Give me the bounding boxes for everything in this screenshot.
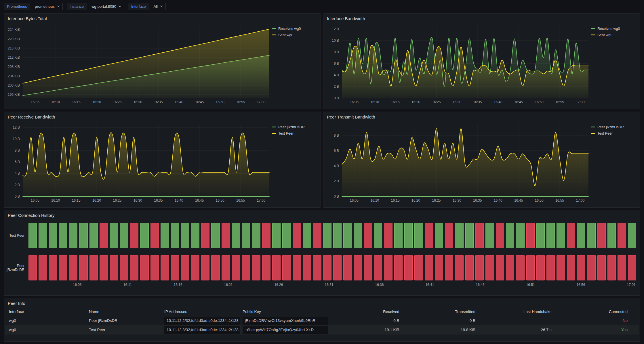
y-axis-tick-label: 0 B xyxy=(334,96,339,100)
timeline-bar-track xyxy=(28,223,636,248)
table-cell: 10.11.12.2/32,fdfd:d3ad:c0de:1234::1/128 xyxy=(164,317,240,325)
legend-item[interactable]: Test Peer xyxy=(272,131,314,135)
y-axis-tick-label: 6 B xyxy=(334,62,339,66)
state-bar-disconnected xyxy=(242,255,250,280)
x-axis-tick-label: 16:10 xyxy=(370,198,379,202)
state-bar-connected xyxy=(607,223,616,248)
x-axis-tick-label: 16:56 xyxy=(576,283,585,287)
legend-series-swatch xyxy=(272,28,276,29)
state-bar-disconnected xyxy=(120,255,128,280)
timeline-x-axis: 16:0616:1116:1616:2116:2616:3116:3616:41… xyxy=(32,281,636,288)
table-cell xyxy=(483,316,559,325)
state-bar-connected xyxy=(89,223,98,248)
x-axis-tick-label: 16:05 xyxy=(350,100,359,104)
legend-item[interactable]: Peer jRzmDsDR xyxy=(591,125,633,129)
x-axis-tick-label: 16:45 xyxy=(514,198,523,202)
x-axis-tick-label: 16:50 xyxy=(216,198,224,202)
panel-grid: Interface Bytes Total 196 KiB200 KiB204 … xyxy=(4,13,640,342)
table-cell: Test Peer xyxy=(89,325,164,335)
column-header[interactable]: Name xyxy=(89,307,164,316)
y-axis-tick-label: 12 B xyxy=(13,125,20,129)
x-axis-tick-label: 16:11 xyxy=(123,283,132,287)
variable-prometheus: Prometheus prometheus xyxy=(4,3,63,10)
state-bar-disconnected xyxy=(384,255,392,280)
legend-series-label: Peer jRzmDsDR xyxy=(597,125,624,129)
state-bar-disconnected xyxy=(28,255,37,280)
legend-item[interactable]: Test Peer xyxy=(591,131,633,135)
y-axis-tick-label: 2 B xyxy=(334,85,339,89)
state-bar-disconnected xyxy=(262,255,270,280)
legend-item[interactable]: Sent wg0 xyxy=(272,33,314,37)
variable-instance-dropdown[interactable]: wg-portal:8080 xyxy=(88,3,124,10)
x-axis-tick-label: 16:10 xyxy=(51,198,60,202)
x-axis-tick-label: 16:50 xyxy=(535,100,544,104)
state-bar-connected xyxy=(536,223,545,248)
panel-peer-connection-history: Peer Connection History Test PeerPeer jR… xyxy=(4,210,640,296)
column-header[interactable]: Interface xyxy=(9,307,89,316)
legend-series-label: Received wg0 xyxy=(597,27,620,31)
state-bar-disconnected xyxy=(49,255,57,280)
x-axis-tick-label: 16:41 xyxy=(425,283,434,287)
state-bar-connected xyxy=(232,223,240,248)
column-header[interactable]: IP Addresses xyxy=(164,307,243,316)
timeline-row: Peer jRzmDsDR xyxy=(5,255,636,280)
chart-legend: Peer jRzmDsDRTest Peer xyxy=(591,121,634,207)
state-bar-connected xyxy=(455,223,463,248)
variable-interface: Interface All xyxy=(128,3,166,10)
state-bar-connected xyxy=(69,223,77,248)
x-axis-tick-label: 16:25 xyxy=(113,198,121,202)
column-header[interactable]: Transmitted xyxy=(407,307,483,316)
peer-receive-bandwidth-chart[interactable]: 0 B2 B4 B6 B8 B10 B12 B16:0516:1016:1516… xyxy=(5,121,272,204)
x-axis-tick-label: 16:20 xyxy=(92,100,101,104)
state-bar-connected xyxy=(272,223,281,248)
variable-interface-dropdown[interactable]: All xyxy=(150,3,166,10)
state-bar-disconnected xyxy=(79,255,87,280)
state-bar-disconnected xyxy=(354,255,362,280)
panel-title: Peer Transmit Bandwidth xyxy=(323,112,640,121)
state-bar-disconnected xyxy=(303,255,311,280)
y-axis-tick-label: 212 KiB xyxy=(8,56,20,60)
x-axis-tick-label: 16:40 xyxy=(175,198,183,202)
state-bar-disconnected xyxy=(597,223,606,248)
peer-transmit-bandwidth-chart[interactable]: 0 B2 B4 B6 B8 B16:0516:1016:1516:2016:25… xyxy=(325,121,591,204)
y-axis-tick-label: 200 KiB xyxy=(8,83,20,87)
state-bar-disconnected xyxy=(100,223,108,248)
x-axis-tick-label: 16:25 xyxy=(432,100,441,104)
column-header[interactable]: Connected xyxy=(559,307,635,316)
x-axis-tick-label: 16:40 xyxy=(494,198,502,202)
legend-item[interactable]: Received wg0 xyxy=(272,27,314,31)
variable-prometheus-dropdown[interactable]: prometheus xyxy=(31,3,63,10)
y-axis-tick-label: 8 B xyxy=(334,133,339,137)
peer-info-table: InterfaceNameIP AddressesPublic KeyRecei… xyxy=(4,307,640,335)
interface-bytes-total-chart[interactable]: 196 KiB200 KiB204 KiB208 KiB212 KiB216 K… xyxy=(5,22,272,106)
y-axis-tick-label: 8 B xyxy=(15,148,20,152)
state-bar-disconnected xyxy=(465,255,474,280)
legend-series-swatch xyxy=(591,35,595,35)
x-axis-tick-label: 16:55 xyxy=(236,100,245,104)
x-axis-tick-label: 16:20 xyxy=(411,198,420,202)
state-bar-disconnected xyxy=(252,255,260,280)
x-axis-tick-label: 16:30 xyxy=(134,198,142,202)
variable-instance-label: Instance xyxy=(67,3,87,10)
x-axis-tick-label: 16:30 xyxy=(453,198,461,202)
column-header[interactable]: Public Key xyxy=(243,307,331,316)
x-axis-tick-label: 16:36 xyxy=(375,283,384,287)
state-bar-connected xyxy=(120,223,128,248)
state-bar-disconnected xyxy=(171,255,179,280)
state-bar-connected xyxy=(39,223,47,248)
column-header[interactable]: Last Handshake xyxy=(483,307,559,316)
variable-interface-value: All xyxy=(154,5,158,8)
x-axis-tick-label: 16:25 xyxy=(432,198,441,202)
state-bar-disconnected xyxy=(536,255,545,280)
interface-bandwidth-chart[interactable]: 0 B2 B4 B6 B8 B10 B12 B16:0516:1016:1516… xyxy=(325,22,591,106)
legend-item[interactable]: Peer jRzmDsDR xyxy=(272,125,314,129)
variable-prometheus-label: Prometheus xyxy=(4,3,30,10)
x-axis-tick-label: 16:40 xyxy=(494,100,502,104)
legend-item[interactable]: Sent wg0 xyxy=(591,33,633,37)
legend-item[interactable]: Received wg0 xyxy=(591,27,633,31)
state-bar-disconnected xyxy=(313,223,321,248)
column-header[interactable]: Received xyxy=(331,307,407,316)
state-bar-disconnected xyxy=(100,255,108,280)
state-bar-disconnected xyxy=(394,255,403,280)
x-axis-tick-label: 17:00 xyxy=(576,100,584,104)
